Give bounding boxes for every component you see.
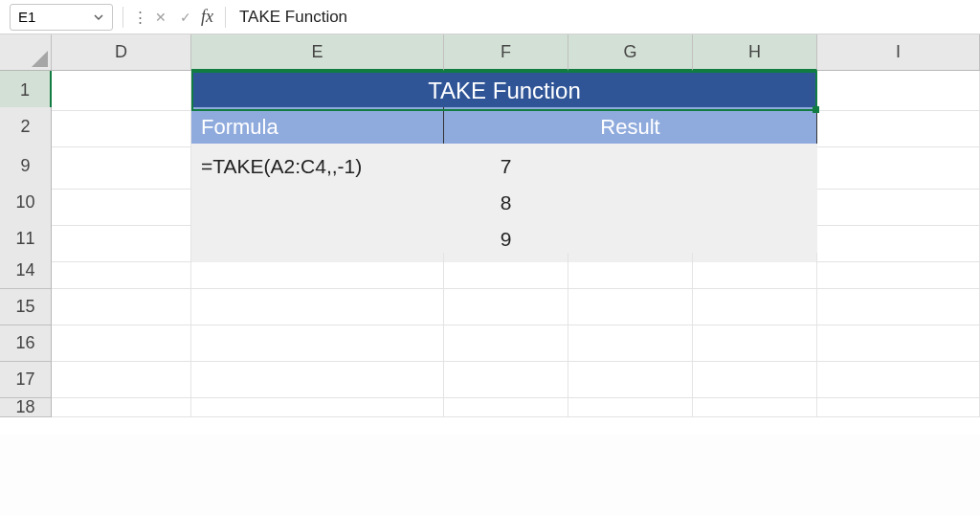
cell-D14[interactable]	[52, 253, 191, 289]
title-text: TAKE Function	[428, 78, 581, 104]
row-header-2[interactable]: 2	[0, 107, 52, 147]
name-box[interactable]: E1	[10, 4, 113, 31]
formula-input[interactable]: TAKE Function	[226, 4, 980, 31]
cell-H17[interactable]	[693, 362, 817, 398]
cell-E18[interactable]	[191, 398, 444, 417]
cell-F18[interactable]	[444, 398, 568, 417]
formula-bar: E1 ⋮ ✕ ✓ fx TAKE Function	[0, 0, 980, 34]
chevron-down-icon[interactable]	[93, 11, 104, 23]
cell-G17[interactable]	[568, 362, 693, 398]
row-header-14[interactable]: 14	[0, 253, 52, 289]
fx-icon: fx	[201, 7, 213, 26]
cell-H16[interactable]	[693, 325, 817, 362]
cell-G16[interactable]	[568, 325, 693, 362]
cell-E16[interactable]	[191, 325, 444, 362]
vertical-dots-icon[interactable]: ⋮	[133, 9, 147, 26]
col-header-I[interactable]: I	[817, 34, 980, 71]
cell-I18[interactable]	[817, 398, 980, 417]
cell-F16[interactable]	[444, 325, 568, 362]
cell-D1[interactable]	[52, 71, 191, 111]
cell-E2-header-formula[interactable]: Formula	[191, 107, 444, 147]
col-header-H[interactable]: H	[693, 34, 817, 71]
cell-F14[interactable]	[444, 253, 568, 289]
spreadsheet-grid[interactable]: D E F G H I 1 TAKE Function 2 Formula Re…	[0, 34, 980, 435]
cell-D18[interactable]	[52, 398, 191, 417]
row-header-16[interactable]: 16	[0, 325, 52, 362]
formula-input-value: TAKE Function	[239, 8, 347, 27]
insert-function-button[interactable]: fx	[201, 7, 213, 27]
cell-H18[interactable]	[693, 398, 817, 417]
row-header-1[interactable]: 1	[0, 71, 52, 111]
row-header-18[interactable]: 18	[0, 398, 52, 417]
select-all-corner[interactable]	[0, 34, 52, 71]
cell-D16[interactable]	[52, 325, 191, 362]
cell-D15[interactable]	[52, 289, 191, 325]
cell-E17[interactable]	[191, 362, 444, 398]
cell-F15[interactable]	[444, 289, 568, 325]
cell-E15[interactable]	[191, 289, 444, 325]
cell-D2[interactable]	[52, 107, 191, 147]
cell-I15[interactable]	[817, 289, 980, 325]
cell-I2[interactable]	[817, 107, 980, 147]
check-icon: ✓	[180, 10, 191, 25]
cell-G15[interactable]	[568, 289, 693, 325]
row-header-17[interactable]: 17	[0, 362, 52, 398]
cell-D17[interactable]	[52, 362, 191, 398]
cell-I16[interactable]	[817, 325, 980, 362]
cell-G14[interactable]	[568, 253, 693, 289]
enter-formula-button[interactable]: ✓	[174, 4, 197, 31]
col-header-D[interactable]: D	[52, 34, 191, 71]
cell-I1[interactable]	[817, 71, 980, 111]
cell-I14[interactable]	[817, 253, 980, 289]
cell-H14[interactable]	[693, 253, 817, 289]
cell-G18[interactable]	[568, 398, 693, 417]
row-header-15[interactable]: 15	[0, 289, 52, 325]
col-header-F[interactable]: F	[444, 34, 568, 71]
cell-E14[interactable]	[191, 253, 444, 289]
separator	[122, 7, 123, 28]
cell-F17[interactable]	[444, 362, 568, 398]
cancel-formula-button[interactable]: ✕	[149, 4, 172, 31]
cancel-icon: ✕	[155, 10, 167, 25]
cell-F2-header-result[interactable]: Result	[444, 107, 817, 147]
cell-I17[interactable]	[817, 362, 980, 398]
col-header-E[interactable]: E	[191, 34, 444, 71]
cell-E1-merged-title[interactable]: TAKE Function	[191, 71, 817, 111]
name-box-value: E1	[18, 9, 35, 25]
col-header-G[interactable]: G	[568, 34, 693, 71]
cell-H15[interactable]	[693, 289, 817, 325]
